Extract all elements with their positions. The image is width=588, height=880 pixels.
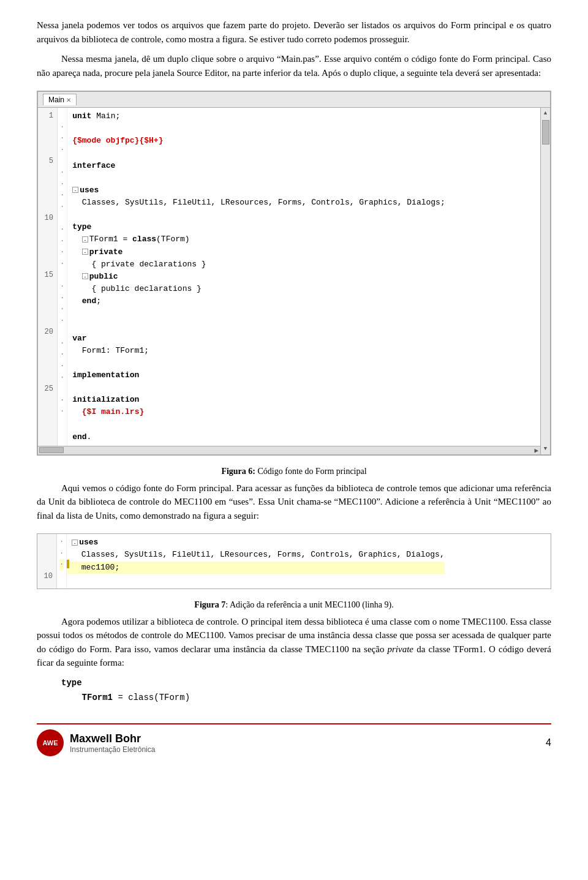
code-body: 1 5 10 15 [38, 108, 540, 446]
footer-logo: AWE Maxwell Bohr Instrumentação Eletrôni… [37, 729, 155, 756]
scrollbar-right[interactable]: ▲ ▼ [540, 108, 550, 454]
fig7-line-numbers: 10 [37, 534, 57, 589]
collapse-uses-icon[interactable]: - [72, 187, 78, 193]
figure-7-caption-bold: Figura 7 [194, 600, 225, 609]
figure-7-caption: Figura 7: Adição da referência a unit ME… [37, 600, 551, 610]
fig7-highlight-bar [67, 560, 69, 568]
vertical-scrollbar-thumb[interactable] [542, 120, 549, 145]
editor-inner: 1 5 10 15 [38, 108, 550, 454]
footer: AWE Maxwell Bohr Instrumentação Eletrôni… [37, 723, 551, 756]
scroll-down-arrow[interactable]: ▼ [543, 445, 548, 453]
dots-col: · · · · · · · · · · · · [58, 108, 67, 446]
paragraph-1: Nessa janela podemos ver todos os arquiv… [37, 18, 551, 46]
paragraph-4: Agora podemos utilizar a biblioteca de c… [37, 615, 551, 670]
figure-6-caption-text: Código fonte do Form principal [258, 467, 367, 476]
paragraph-3: Aqui vemos o código fonte do Form princi… [37, 481, 551, 523]
scroll-up-arrow[interactable]: ▲ [543, 109, 548, 118]
bottom-code-block: type TForm1 = class(TForm) [61, 676, 551, 705]
collapse-private-icon[interactable]: - [82, 249, 88, 255]
collapse-fig7-uses-icon[interactable]: - [72, 540, 78, 546]
logo-text: AWE [42, 739, 58, 746]
code-editor-fig6: Main ✕ 1 5 10 [37, 91, 551, 455]
editor-header: Main ✕ [38, 92, 550, 108]
scroll-right-arrow[interactable]: ▶ [532, 446, 540, 454]
fig7-code-content: -uses Classes, SysUtils, FileUtil, LReso… [67, 534, 450, 589]
code-content: unit Main; {$mode objfpc}{$H+} interface… [67, 108, 540, 446]
code-tform-line: TForm1 = class(TForm) [61, 691, 551, 705]
tform1-name: TForm1 [82, 693, 113, 702]
logo-icon: AWE [37, 729, 64, 756]
paragraph-4-italic: private [388, 644, 414, 654]
company-name: Maxwell Bohr [70, 732, 155, 745]
scrollbar-bottom[interactable]: ▶ [38, 446, 540, 454]
editor-main: 1 5 10 15 [38, 108, 540, 454]
tab-close-icon[interactable]: ✕ [66, 97, 71, 103]
fig7-code-area: -uses Classes, SysUtils, FileUtil, LReso… [67, 534, 450, 589]
page-number: 4 [546, 737, 551, 748]
editor-tab[interactable]: Main ✕ [43, 94, 77, 105]
paragraph-2-text: Nessa mesma janela, dê um duplo clique s… [37, 54, 551, 78]
line-numbers: 1 5 10 15 [38, 108, 58, 446]
scrollbar-thumb[interactable] [39, 447, 64, 453]
figure-6-caption-bold: Figura 6: [221, 467, 255, 476]
tform-declaration: TForm1 = class(TForm) [61, 693, 190, 702]
figure-7-caption-text: : Adição da referência a unit MEC1100 (l… [225, 600, 393, 609]
small-code-body: 10 · · · -uses Classes, SysUtils, FileUt… [37, 534, 551, 589]
figure-6-container: Main ✕ 1 5 10 [37, 91, 551, 456]
code-type-line: type [61, 676, 551, 691]
collapse-public-icon[interactable]: - [82, 273, 88, 279]
type-keyword: type [61, 678, 82, 688]
footer-company-info: Maxwell Bohr Instrumentação Eletrônica [70, 732, 155, 754]
tab-name: Main [48, 96, 64, 104]
figure-6-caption: Figura 6: Código fonte do Form principal [37, 467, 551, 476]
figure-7-container: 10 · · · -uses Classes, SysUtils, FileUt… [37, 533, 551, 589]
paragraph-2: Nessa mesma janela, dê um duplo clique s… [37, 52, 551, 80]
collapse-tform-icon[interactable]: - [82, 236, 88, 243]
fig7-dots: · · · [57, 534, 67, 589]
company-subtitle: Instrumentação Eletrônica [70, 745, 155, 754]
